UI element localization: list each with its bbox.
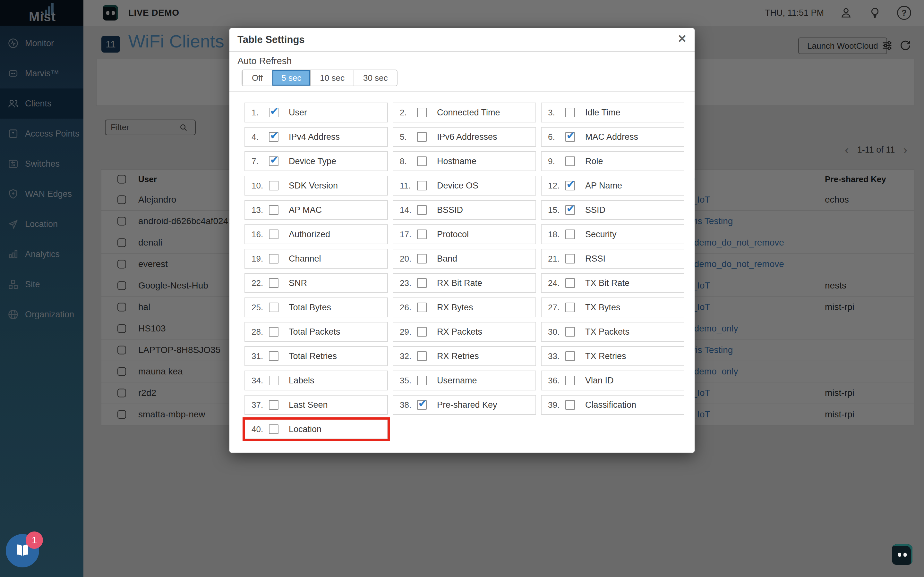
close-icon[interactable]: ×	[678, 31, 686, 45]
column-option-checkbox[interactable]	[269, 108, 278, 117]
refresh-option-button[interactable]: Off	[242, 70, 272, 85]
column-option[interactable]: 15. SSID	[541, 200, 684, 220]
column-option[interactable]: 20. Band	[393, 249, 536, 269]
column-option[interactable]: 21. RSSI	[541, 249, 684, 269]
column-option[interactable]: 28. Total Packets	[244, 322, 388, 342]
column-option-label: RX Bytes	[437, 303, 473, 313]
column-option[interactable]: 6. MAC Address	[541, 127, 684, 147]
column-option-checkbox[interactable]	[269, 181, 278, 190]
column-option[interactable]: 7. Device Type	[244, 151, 388, 171]
column-option-checkbox[interactable]	[417, 205, 427, 215]
column-option[interactable]: 24. TX Bit Rate	[541, 273, 684, 293]
refresh-option-button[interactable]: 10 sec	[310, 70, 354, 85]
column-option-checkbox[interactable]	[269, 278, 278, 288]
column-option[interactable]: 9. Role	[541, 151, 684, 171]
column-option-checkbox[interactable]	[417, 376, 427, 385]
column-option[interactable]: 10. SDK Version	[244, 176, 388, 195]
column-option[interactable]: 32. RX Retries	[393, 346, 536, 366]
column-option-checkbox[interactable]	[417, 303, 427, 312]
column-option-checkbox[interactable]	[565, 303, 575, 312]
column-option[interactable]: 17. Protocol	[393, 224, 536, 244]
column-option[interactable]: 26. RX Bytes	[393, 298, 536, 318]
refresh-option-button[interactable]: 30 sec	[354, 70, 397, 85]
column-option[interactable]: 1. User	[244, 103, 388, 122]
column-option-checkbox[interactable]	[269, 376, 278, 385]
column-option-checkbox[interactable]	[565, 108, 575, 117]
column-option[interactable]: 3. Idle Time	[541, 103, 684, 122]
column-option-checkbox[interactable]	[565, 156, 575, 166]
column-option-checkbox[interactable]	[565, 400, 575, 410]
column-option-checkbox[interactable]	[269, 254, 278, 263]
column-option-checkbox[interactable]	[565, 229, 575, 239]
app-root: Mist Monitor Marvis™ Clients Access Poin…	[0, 0, 924, 577]
column-option[interactable]: 31. Total Retries	[244, 346, 388, 366]
column-option-checkbox[interactable]	[417, 400, 427, 410]
column-option[interactable]: 11. Device OS	[393, 176, 536, 195]
column-option-number: 33.	[548, 351, 565, 361]
column-option[interactable]: 38. Pre-shared Key	[393, 395, 536, 415]
auto-refresh-segmented-control: Off5 sec10 sec30 sec	[242, 69, 397, 86]
column-option-checkbox[interactable]	[565, 254, 575, 263]
column-option-label: TX Retries	[585, 351, 626, 361]
marvis-assistant-button[interactable]	[892, 544, 913, 565]
column-option-checkbox[interactable]	[269, 303, 278, 312]
column-option-checkbox[interactable]	[417, 156, 427, 166]
column-option[interactable]: 22. SNR	[244, 273, 388, 293]
column-option-checkbox[interactable]	[565, 327, 575, 337]
column-option[interactable]: 23. RX Bit Rate	[393, 273, 536, 293]
column-option-checkbox[interactable]	[417, 108, 427, 117]
column-option-checkbox[interactable]	[565, 132, 575, 142]
column-option-label: SSID	[585, 205, 606, 215]
column-option-checkbox[interactable]	[269, 229, 278, 239]
column-option[interactable]: 36. Vlan ID	[541, 371, 684, 390]
column-option-checkbox[interactable]	[269, 327, 278, 337]
column-option-checkbox[interactable]	[565, 205, 575, 215]
column-option-number: 34.	[252, 376, 269, 386]
column-option[interactable]: 18. Security	[541, 224, 684, 244]
column-option-label: User	[289, 108, 307, 118]
column-option-checkbox[interactable]	[269, 205, 278, 215]
column-option-checkbox[interactable]	[565, 376, 575, 385]
column-option-checkbox[interactable]	[269, 156, 278, 166]
column-option-checkbox[interactable]	[417, 327, 427, 337]
column-option[interactable]: 12. AP Name	[541, 176, 684, 195]
column-option[interactable]: 39. Classification	[541, 395, 684, 415]
column-option-checkbox[interactable]	[417, 181, 427, 190]
column-option[interactable]: 5. IPv6 Addresses	[393, 127, 536, 147]
column-option-checkbox[interactable]	[269, 351, 278, 361]
column-option-checkbox[interactable]	[417, 254, 427, 263]
column-option-label: Security	[585, 229, 617, 239]
column-option-checkbox[interactable]	[417, 132, 427, 142]
column-option-checkbox[interactable]	[417, 229, 427, 239]
column-option-checkbox[interactable]	[269, 424, 278, 434]
column-option-number: 12.	[548, 181, 565, 191]
refresh-option-button[interactable]: 5 sec	[272, 70, 310, 85]
column-option-label: RX Retries	[437, 351, 479, 361]
help-guide-button[interactable]: 1	[6, 534, 39, 567]
column-option[interactable]: 37. Last Seen	[244, 395, 388, 415]
column-option[interactable]: 34. Labels	[244, 371, 388, 390]
auto-refresh-label: Auto Refresh	[237, 56, 292, 66]
column-option[interactable]: 2. Connected Time	[393, 103, 536, 122]
column-option[interactable]: 14. BSSID	[393, 200, 536, 220]
column-option[interactable]: 35. Username	[393, 371, 536, 390]
column-option[interactable]: 4. IPv4 Address	[244, 127, 388, 147]
column-option[interactable]: 25. Total Bytes	[244, 298, 388, 318]
column-option[interactable]: 40. Location	[244, 419, 388, 439]
column-option[interactable]: 33. TX Retries	[541, 346, 684, 366]
column-option[interactable]: 29. RX Packets	[393, 322, 536, 342]
column-option[interactable]: 8. Hostname	[393, 151, 536, 171]
column-option-checkbox[interactable]	[565, 278, 575, 288]
column-option[interactable]: 19. Channel	[244, 249, 388, 269]
column-option-checkbox[interactable]	[417, 351, 427, 361]
column-option[interactable]: 30. TX Packets	[541, 322, 684, 342]
column-option-number: 37.	[252, 400, 269, 410]
column-option-checkbox[interactable]	[417, 278, 427, 288]
column-option[interactable]: 13. AP MAC	[244, 200, 388, 220]
column-option[interactable]: 16. Authorized	[244, 224, 388, 244]
column-option-checkbox[interactable]	[269, 132, 278, 142]
column-option[interactable]: 27. TX Bytes	[541, 298, 684, 318]
column-option-checkbox[interactable]	[565, 181, 575, 190]
column-option-checkbox[interactable]	[565, 351, 575, 361]
column-option-checkbox[interactable]	[269, 400, 278, 410]
